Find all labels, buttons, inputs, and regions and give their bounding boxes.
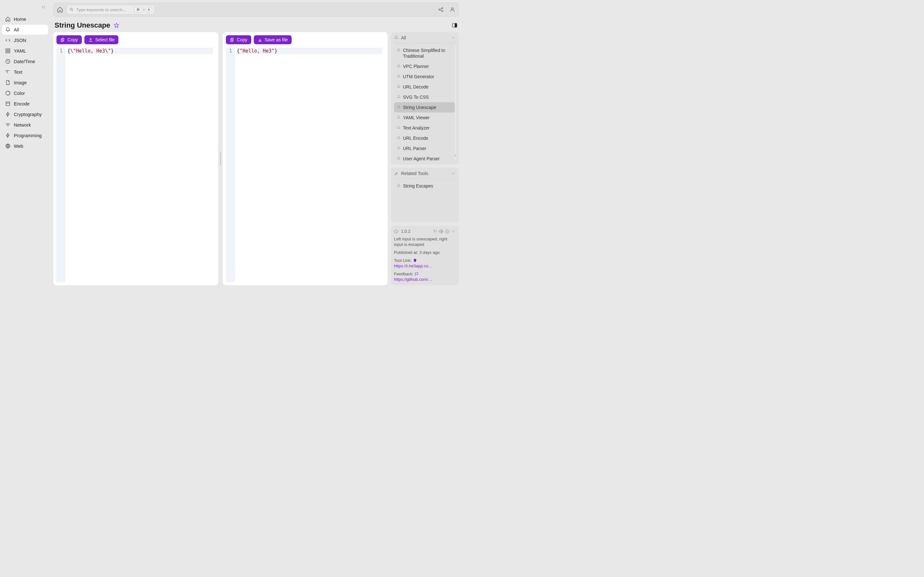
sidebar-item-label: Network [14,122,31,127]
sidebar-item-label: JSON [14,38,26,43]
info-header: 1.0.2 [394,229,456,234]
sidebar-item-cryptography[interactable]: Cryptography [2,109,48,119]
related-tools-header[interactable]: Related Tools [394,171,456,179]
tool-item[interactable]: UTM Generator [394,71,456,82]
related-tools-body: String Escapes [394,181,456,219]
tool-item[interactable]: String Unescape [394,102,456,113]
sidebar-item-label: Home [14,17,26,22]
sidebar-item-home[interactable]: Home [2,14,48,24]
input-code-area[interactable]: 1 {\"Hello, He3\"} [57,47,215,282]
all-tools-list: Chinese Simplified to Traditional VPC Pl… [394,45,456,161]
chevron-down-icon[interactable] [451,35,456,40]
sidebar-item-label: Programming [14,133,42,138]
clipboard-icon [230,37,234,42]
line-number: 1 [57,48,63,54]
favorite-star-icon[interactable] [113,23,120,28]
all-tools-header[interactable]: All [394,35,456,43]
tool-item[interactable]: Text Analyzer [394,123,456,133]
search-shortcut: ⌘ + K [134,7,152,13]
content-row: Copy Select file 1 {\"Hello, He3\"} [53,32,459,285]
info-icon [394,229,399,234]
type-icon[interactable] [433,229,437,234]
chevron-down-icon[interactable] [451,171,456,176]
sidebar-item-yaml[interactable]: YAML [2,46,48,56]
tool-item[interactable]: URL Parser [394,143,456,153]
tool-item[interactable]: SVG To CSS [394,92,456,102]
input-code-lines[interactable]: {\"Hello, He3\"} [65,47,215,282]
info-description: Left input is unescaped, right input is … [394,236,456,247]
sidebar-item-text[interactable]: Text [2,67,48,77]
tool-item[interactable]: VPC Planner [394,61,456,71]
scrollbar-rail[interactable] [455,45,456,161]
tool-item[interactable]: YAML Viewer [394,113,456,123]
output-editor: Copy Save as file 1 {"Hello, He3"} [223,32,388,285]
bell-icon [397,184,401,188]
wrench-icon [394,171,399,176]
page-title: String Unescape [55,21,110,29]
code-line[interactable]: {"Hello, He3"} [237,48,383,54]
sidebar-item-label: Encode [14,101,29,106]
svg-rect-1 [8,49,10,50]
search-icon [69,7,74,12]
select-file-button[interactable]: Select file [84,35,119,44]
code-line[interactable]: {\"Hello, He3\"} [67,48,213,54]
tool-label: YAML Viewer [403,115,430,121]
editor-splitter[interactable] [218,32,223,285]
globe-icon[interactable] [439,229,443,234]
share-icon[interactable] [438,7,444,13]
svg-rect-18 [231,39,233,42]
check-circle-icon[interactable] [445,229,449,234]
topbar: ⌘ + K [53,3,459,17]
sidebar: Home All JSON YAML Date/Time Text Image [0,0,50,288]
search-input[interactable] [76,7,132,12]
sidebar-item-programming[interactable]: Programming [2,131,48,140]
collapse-sidebar-icon[interactable] [41,5,46,10]
scrollbar-thumb[interactable] [455,154,456,157]
sidebar-item-label: Color [14,91,25,96]
sidebar-item-datetime[interactable]: Date/Time [2,56,48,66]
bell-icon [397,85,401,89]
bell-icon [397,115,401,119]
button-label: Save as file [265,37,288,42]
sidebar-item-network[interactable]: Network [2,120,48,130]
output-gutter: 1 [226,47,235,282]
output-code-area[interactable]: 1 {"Hello, He3"} [226,47,384,282]
copy-output-button[interactable]: Copy [226,35,251,44]
search-box[interactable]: ⌘ + K [66,5,155,15]
type-icon [5,69,11,75]
save-as-file-button[interactable]: Save as file [254,35,292,44]
home-button-icon[interactable] [57,6,63,13]
tool-item[interactable]: URL Encode [394,133,456,143]
sidebar-item-label: Text [14,69,23,75]
bell-icon [5,27,11,32]
sidebar-item-json[interactable]: JSON [2,35,48,45]
clock-icon [5,59,11,64]
bell-icon [397,95,401,99]
copy-input-button[interactable]: Copy [57,35,82,44]
tool-item[interactable]: URL Decode [394,82,456,92]
sidebar-item-label: Cryptography [14,112,42,117]
sidebar-item-label: Date/Time [14,59,35,64]
home-icon [5,16,11,22]
info-tool-link: Tool Link: https://t.he3app.co… [394,258,456,269]
output-code-lines[interactable]: {"Hello, He3"} [235,47,384,282]
sidebar-item-web[interactable]: Web [2,141,48,151]
feedback-link[interactable]: https://github.com/… [394,277,432,282]
box-icon [5,101,11,106]
toggle-right-panel-icon[interactable] [452,23,457,28]
related-tools-list: String Escapes [394,181,456,191]
user-icon[interactable] [449,7,455,13]
tool-item[interactable]: User Agent Parser [394,153,456,161]
input-toolbar: Copy Select file [57,35,215,47]
sidebar-item-color[interactable]: Color [2,88,48,98]
sidebar-item-encode[interactable]: Encode [2,99,48,109]
sidebar-item-image[interactable]: Image [2,77,48,87]
tool-item[interactable]: String Escapes [394,181,456,191]
svg-rect-14 [455,23,457,27]
tool-label: URL Decode [403,84,429,90]
tool-link[interactable]: https://t.he3app.co… [394,263,433,269]
tool-item[interactable]: Chinese Simplified to Traditional [394,45,456,61]
tool-label: User Agent Parser [403,156,439,161]
chevron-down-icon[interactable] [451,229,456,234]
sidebar-item-all[interactable]: All [2,25,48,35]
